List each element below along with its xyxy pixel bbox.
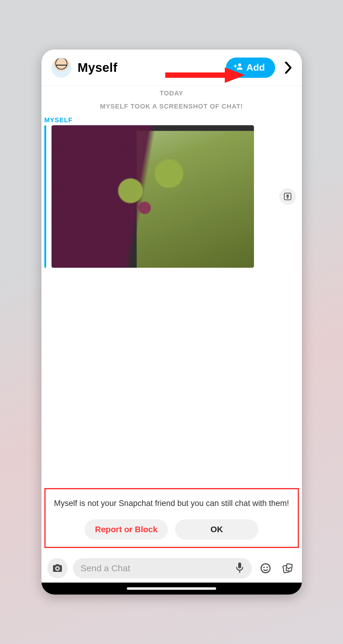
svg-rect-3: [238, 563, 241, 569]
home-indicator: [41, 583, 302, 595]
save-bookmark-icon: [283, 192, 292, 201]
sticker-button[interactable]: [257, 560, 274, 577]
message-accent-bar: [44, 125, 46, 268]
camera-icon: [52, 563, 63, 574]
message-row: [41, 125, 302, 268]
memories-icon: [282, 563, 293, 574]
chat-screen: Myself Add TODAY MYSELF TOOK A SCREENSHO…: [41, 49, 302, 595]
svg-point-6: [263, 567, 265, 568]
svg-point-7: [266, 567, 268, 568]
screenshot-notice: MYSELF TOOK A SCREENSHOT OF CHAT!: [41, 103, 302, 110]
smiley-icon: [260, 563, 271, 574]
ok-button[interactable]: OK: [175, 519, 258, 540]
add-friend-label: Add: [246, 62, 265, 73]
chevron-right-icon[interactable]: [282, 61, 295, 74]
add-friend-icon: [234, 62, 243, 74]
message-image[interactable]: [52, 125, 254, 268]
add-friend-button[interactable]: Add: [226, 58, 275, 78]
chat-input-field-wrap[interactable]: [73, 558, 252, 578]
svg-rect-9: [286, 564, 292, 571]
report-or-block-button[interactable]: Report or Block: [85, 519, 168, 540]
memories-button[interactable]: [279, 560, 296, 577]
microphone-button[interactable]: [235, 562, 244, 575]
not-friend-text: Myself is not your Snapchat friend but y…: [50, 499, 294, 508]
chat-title: Myself: [78, 61, 220, 75]
not-friend-notice: Myself is not your Snapchat friend but y…: [44, 488, 299, 548]
chat-input-field[interactable]: [81, 563, 235, 573]
date-separator: TODAY: [41, 89, 302, 97]
camera-button[interactable]: [47, 558, 68, 578]
svg-point-5: [261, 564, 270, 573]
chat-header: Myself Add: [41, 49, 302, 86]
chat-input-bar: [41, 554, 302, 583]
sender-label: MYSELF: [44, 116, 302, 124]
microphone-icon: [235, 562, 244, 573]
avatar[interactable]: [52, 58, 71, 78]
save-to-chat-button[interactable]: [279, 188, 296, 205]
